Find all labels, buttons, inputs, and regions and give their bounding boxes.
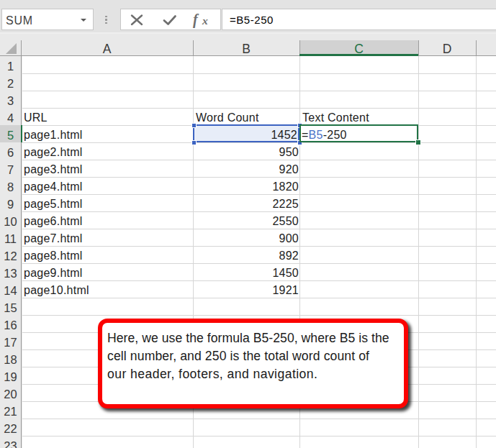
svg-text:x: x (202, 14, 208, 27)
svg-text:f: f (193, 12, 199, 28)
